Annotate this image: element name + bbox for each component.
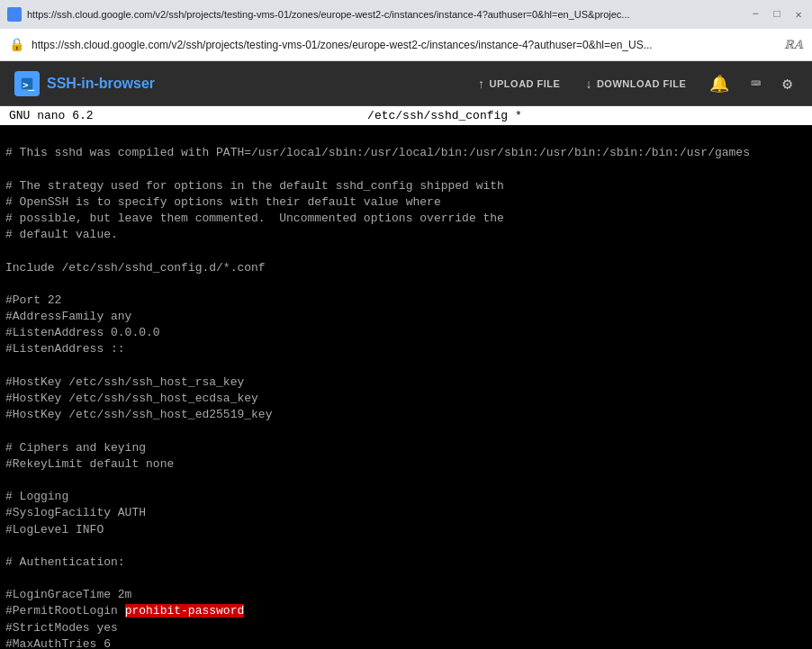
- nano-filename: /etc/ssh/sshd_config *: [367, 109, 522, 122]
- nano-editor: GNU nano 6.2 /etc/ssh/sshd_config * # Th…: [0, 106, 812, 649]
- svg-text:>_: >_: [23, 79, 35, 91]
- browser-chrome: https://ssh.cloud.google.com/v2/ssh/proj…: [0, 0, 812, 61]
- title-bar: https://ssh.cloud.google.com/v2/ssh/proj…: [0, 0, 812, 29]
- upload-icon: ↑: [478, 77, 485, 91]
- notifications-button[interactable]: 🔔: [704, 70, 735, 97]
- upload-file-button[interactable]: ↑ UPLOAD FILE: [471, 73, 567, 95]
- settings-button[interactable]: ⚙: [777, 70, 798, 97]
- title-bar-url: https://ssh.cloud.google.com/v2/ssh/proj…: [27, 9, 736, 20]
- nano-version: GNU nano 6.2: [9, 109, 94, 122]
- nano-title-bar: GNU nano 6.2 /etc/ssh/sshd_config *: [0, 106, 812, 125]
- maximize-button[interactable]: □: [771, 8, 783, 21]
- reader-mode-icon[interactable]: ℝ𝔸: [784, 38, 803, 52]
- ssh-header: >_ SSH-in-browser ↑ UPLOAD FILE ↓ DOWNLO…: [0, 61, 812, 106]
- browser-favicon: [7, 7, 22, 22]
- ssh-logo-icon: >_: [14, 71, 40, 96]
- close-button[interactable]: ✕: [792, 8, 805, 21]
- nano-content[interactable]: # This sshd was compiled with PATH=/usr/…: [0, 125, 812, 649]
- address-url[interactable]: https://ssh.cloud.google.com/v2/ssh/proj…: [32, 39, 777, 51]
- ssh-logo-text: SSH-in-browser: [47, 76, 155, 92]
- address-bar: 🔒 https://ssh.cloud.google.com/v2/ssh/pr…: [0, 29, 812, 61]
- minimize-button[interactable]: −: [749, 8, 762, 21]
- lock-icon: 🔒: [9, 37, 24, 52]
- ssh-app: >_ SSH-in-browser ↑ UPLOAD FILE ↓ DOWNLO…: [0, 61, 812, 106]
- download-file-button[interactable]: ↓ DOWNLOAD FILE: [578, 73, 693, 95]
- download-icon: ↓: [585, 77, 592, 91]
- window-controls: − □ ✕: [749, 8, 805, 21]
- keyboard-button[interactable]: ⌨: [745, 70, 766, 97]
- ssh-logo: >_ SSH-in-browser: [14, 71, 155, 96]
